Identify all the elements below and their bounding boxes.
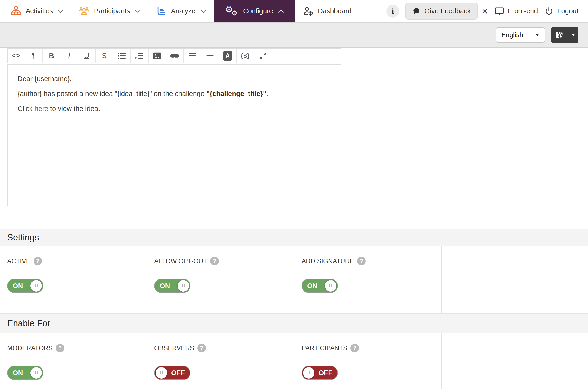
top-nav: Activities Participants — [0, 0, 588, 23]
insert-image-button[interactable] — [148, 49, 166, 63]
insert-link-button[interactable] — [166, 49, 184, 63]
horizontal-rule-button[interactable] — [201, 49, 219, 63]
text-run: . — [266, 90, 268, 97]
horizontal-rule-icon — [206, 55, 214, 57]
svg-text:1: 1 — [135, 53, 137, 55]
code-view-button[interactable]: <> — [8, 49, 25, 63]
enable-for-section-header: Enable For — [0, 313, 588, 333]
monitor-icon — [494, 6, 505, 16]
toggle-knob — [31, 367, 42, 379]
code-icon: <> — [12, 52, 20, 60]
editor-content[interactable]: Dear {username}, {author} has posted a n… — [7, 64, 341, 206]
close-icon[interactable]: × — [482, 6, 488, 16]
observers-toggle[interactable]: OFF — [154, 366, 190, 380]
align-icon — [188, 53, 196, 59]
expand-icon — [259, 52, 267, 60]
empty-cell — [441, 333, 588, 389]
logout-button[interactable]: Logout — [544, 6, 579, 16]
toggle-state-label: OFF — [167, 369, 189, 377]
text-run: to view the idea. — [48, 105, 100, 112]
save-icon — [554, 30, 564, 40]
allow-opt-out-toggle[interactable]: ON — [154, 279, 190, 293]
enable-observers-cell: OBSERVERS ? OFF — [147, 333, 294, 389]
insert-variable-button[interactable]: {S} — [237, 49, 254, 63]
speech-bubble-icon — [412, 7, 421, 15]
moderators-toggle[interactable]: ON — [7, 366, 43, 380]
sitemap-icon — [10, 6, 21, 17]
help-icon[interactable]: ? — [350, 344, 359, 352]
action-bar: English — [0, 23, 588, 48]
nav-participants[interactable]: Participants — [72, 0, 148, 22]
italic-icon: I — [68, 52, 70, 60]
frontend-button[interactable]: Front-end — [494, 6, 538, 16]
toggle-knob — [156, 367, 167, 379]
give-feedback-button[interactable]: Give Feedback — [405, 3, 478, 20]
participants-toggle[interactable]: OFF — [302, 366, 338, 380]
toggle-knob — [31, 280, 42, 292]
help-icon[interactable]: ? — [56, 344, 64, 352]
enable-moderators-cell: MODERATORS ? ON — [0, 333, 147, 389]
help-icon[interactable]: ? — [34, 257, 42, 265]
toggle-state-label: OFF — [314, 369, 336, 377]
setting-signature-label: ADD SIGNATURE — [302, 258, 354, 265]
font-background-button[interactable]: A — [219, 49, 237, 63]
nav-configure-label: Configure — [243, 7, 273, 15]
save-button[interactable] — [551, 27, 568, 43]
enable-for-title: Enable For — [7, 318, 50, 328]
font-background-icon: A — [223, 51, 232, 61]
paragraph-format-button[interactable]: ¶ — [25, 49, 43, 63]
here-link[interactable]: here — [35, 105, 48, 112]
nav-analyze-label: Analyze — [171, 7, 195, 15]
strikethrough-button[interactable]: S — [96, 49, 113, 63]
give-feedback-label: Give Feedback — [424, 7, 471, 15]
logout-label: Logout — [557, 7, 579, 15]
setting-opt-out-cell: ALLOW OPT-OUT ? ON — [147, 246, 294, 313]
nav-dashboard-label: Dashboard — [318, 7, 352, 15]
toggle-state-label: ON — [9, 369, 27, 377]
chevron-down-icon — [134, 9, 141, 13]
help-icon[interactable]: ? — [197, 344, 206, 352]
editor-paragraph: {author} has posted a new idea "{idea_ti… — [18, 89, 331, 99]
add-signature-toggle[interactable]: ON — [302, 279, 338, 293]
text-run: Click — [18, 105, 35, 112]
bold-button[interactable]: B — [43, 49, 61, 63]
underline-button[interactable]: U — [78, 49, 96, 63]
setting-opt-out-label: ALLOW OPT-OUT — [154, 258, 207, 265]
settings-section-header: Settings — [0, 229, 588, 246]
paragraph-icon: ¶ — [32, 52, 36, 60]
settings-row: ACTIVE ? ON ALLOW OPT-OUT ? ON ADD SIGNA… — [0, 246, 588, 313]
nav-analyze[interactable]: Analyze — [148, 0, 214, 22]
nav-configure[interactable]: ⚙ ⚙ Configure — [214, 0, 295, 22]
chevron-up-icon — [277, 9, 285, 13]
enable-participants-cell: PARTICIPANTS ? OFF — [294, 333, 441, 389]
align-button[interactable] — [184, 49, 201, 63]
image-icon — [153, 52, 162, 60]
chevron-down-icon — [535, 33, 539, 36]
nav-activities-label: Activities — [26, 7, 53, 15]
nav-activities[interactable]: Activities — [3, 0, 72, 22]
enable-for-row: MODERATORS ? ON OBSERVERS ? OFF PARTICIP… — [0, 333, 588, 389]
chevron-down-icon — [571, 34, 575, 36]
unordered-list-button[interactable] — [113, 49, 131, 63]
nav-dashboard[interactable]: Dashboard — [295, 0, 359, 22]
variable-icon: {S} — [241, 53, 250, 59]
language-select[interactable]: English — [496, 27, 545, 43]
people-icon — [78, 6, 89, 17]
save-options-button[interactable] — [568, 27, 579, 43]
help-icon[interactable]: ? — [210, 257, 219, 265]
user-shield-icon — [303, 6, 314, 17]
help-icon[interactable]: ? — [357, 257, 366, 265]
frontend-label: Front-end — [508, 7, 538, 15]
chevron-down-icon — [57, 9, 64, 13]
info-button[interactable]: i — [386, 5, 399, 18]
toggle-knob — [325, 280, 336, 292]
italic-button[interactable]: I — [61, 49, 78, 63]
editor-paragraph: Click here to view the idea. — [18, 104, 331, 114]
toggle-state-label: ON — [156, 282, 174, 290]
fullscreen-button[interactable] — [254, 49, 272, 63]
active-toggle[interactable]: ON — [7, 279, 43, 293]
divider — [497, 23, 497, 47]
ordered-list-button[interactable]: 1 2 — [131, 49, 148, 63]
toggle-knob — [303, 367, 314, 379]
underline-icon: U — [84, 52, 89, 60]
